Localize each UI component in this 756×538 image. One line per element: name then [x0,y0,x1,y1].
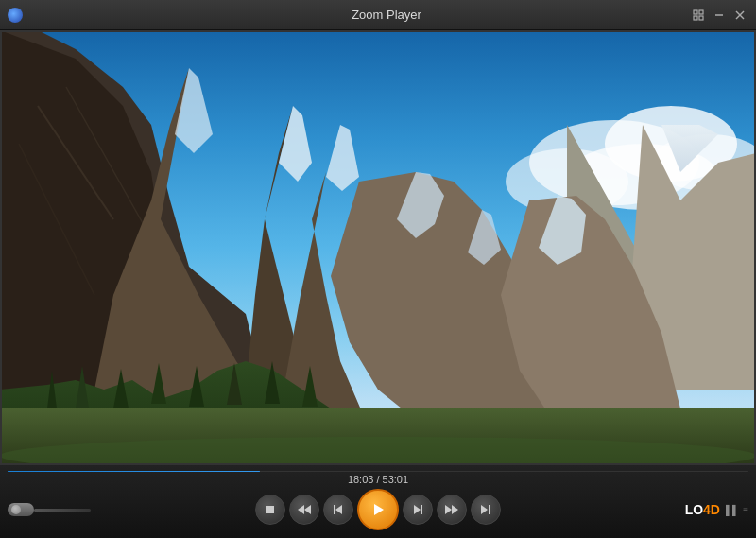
svg-rect-50 [421,505,422,514]
svg-rect-0 [694,10,697,14]
prev-button[interactable] [323,495,353,525]
volume-area [8,503,91,516]
progress-bar[interactable] [8,471,748,472]
transport-buttons [255,489,501,530]
video-scene [0,30,756,465]
logo-dots: ▌▌ [726,505,739,515]
play-button[interactable] [357,489,399,530]
next-button[interactable] [403,495,433,525]
maximize-button[interactable] [690,7,707,24]
volume-track[interactable] [34,509,91,512]
stop-button[interactable] [255,495,285,525]
titlebar: Zoom Player [0,0,756,30]
svg-marker-49 [414,505,421,514]
svg-marker-52 [452,505,458,514]
volume-knob[interactable] [8,503,34,516]
svg-rect-43 [266,506,274,513]
logo-menu-icon: ≡ [743,505,748,515]
logo-area: LO4D ▌▌ ≡ [685,502,748,517]
svg-rect-47 [334,505,335,514]
lo4d-logo: LO4D [685,502,720,517]
app-icon [8,8,23,23]
window-controls [690,7,748,24]
mountain-scene [0,30,756,465]
buttons-row: LO4D ▌▌ ≡ [8,489,748,530]
logo-lo-part: LO [685,502,703,517]
titlebar-left [8,8,83,23]
video-area[interactable] [0,30,756,465]
svg-rect-1 [699,10,703,14]
end-button[interactable] [471,495,501,525]
svg-rect-54 [489,505,490,514]
svg-marker-45 [304,505,311,514]
time-display: 18:03 / 53:01 [8,474,748,485]
svg-marker-48 [374,504,384,515]
rewind-button[interactable] [289,495,319,525]
window-title: Zoom Player [83,8,690,22]
svg-marker-51 [445,505,452,514]
minimize-button[interactable] [711,7,728,24]
close-button[interactable] [731,7,748,24]
forward-button[interactable] [437,495,467,525]
progress-fill [8,471,260,472]
svg-marker-44 [298,505,304,514]
svg-rect-3 [699,16,703,20]
svg-marker-46 [335,505,342,514]
controls-bar: 18:03 / 53:01 [0,465,756,538]
svg-marker-53 [481,505,488,514]
logo-4d-part: 4D [703,502,720,517]
svg-rect-2 [694,16,697,20]
